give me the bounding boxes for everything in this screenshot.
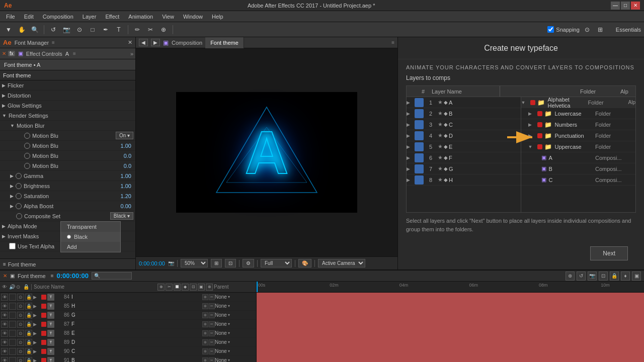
- vc-color-btn[interactable]: 🎨: [298, 259, 311, 267]
- saturation-expand[interactable]: ▶: [10, 194, 14, 199]
- saturation-icon[interactable]: [16, 193, 22, 199]
- row5-expand[interactable]: ▶: [407, 144, 414, 149]
- tl-search-input[interactable]: [92, 272, 132, 280]
- close-button[interactable]: ✕: [631, 2, 640, 10]
- row8-expand[interactable]: ▶: [407, 177, 414, 183]
- tl-icon-7[interactable]: ▣: [632, 272, 641, 281]
- row4-expand[interactable]: ▶: [407, 133, 414, 138]
- puppet-tool[interactable]: ⊕: [158, 24, 169, 35]
- tl-col-icon-7[interactable]: ⊗: [206, 284, 213, 291]
- track-84-solo[interactable]: ⊙: [17, 294, 24, 301]
- tl-icon-2[interactable]: ↺: [577, 272, 586, 281]
- snap-to-btn[interactable]: ⊙: [582, 24, 593, 35]
- snap-options-btn[interactable]: ⊞: [595, 24, 606, 35]
- alpha-mode-expand[interactable]: ▶: [2, 224, 6, 229]
- composite-dropdown[interactable]: Black ▾: [110, 212, 133, 220]
- track-84-expand[interactable]: ▶: [33, 295, 40, 300]
- gamma-icon[interactable]: [16, 173, 22, 179]
- menu-edit[interactable]: Edit: [20, 13, 38, 21]
- brush-tool[interactable]: ✏: [132, 24, 143, 35]
- track-85-solo[interactable]: ⊙: [17, 303, 24, 310]
- vc-camera-icon[interactable]: 📷: [168, 260, 174, 266]
- row6-eye[interactable]: [415, 153, 424, 162]
- camera-tool[interactable]: 📷: [61, 24, 72, 35]
- menu-file[interactable]: File: [2, 13, 19, 21]
- rotation-tool[interactable]: ↺: [48, 24, 59, 35]
- mask-pen-tool[interactable]: ✒: [100, 24, 111, 35]
- tl-col-icon-6[interactable]: ▣: [198, 284, 205, 291]
- mask-rect-tool[interactable]: □: [87, 24, 98, 35]
- tl-col-icon-5[interactable]: ⊡: [190, 284, 197, 291]
- orbit-tool[interactable]: ⊙: [74, 24, 85, 35]
- type-tool[interactable]: T: [113, 24, 124, 35]
- zoom-tool[interactable]: 🔍: [29, 24, 40, 35]
- vc-fit-btn[interactable]: ⊞: [211, 259, 222, 267]
- vc-quality-btn[interactable]: ⚙: [243, 259, 254, 267]
- flicker-expand[interactable]: ▶: [2, 83, 6, 88]
- track-85-icon2[interactable]: ✂: [209, 303, 215, 309]
- minimize-button[interactable]: —: [611, 2, 620, 10]
- gamma-expand[interactable]: ▶: [10, 173, 14, 178]
- motion-blur-expand[interactable]: ▼: [10, 123, 15, 128]
- snapping-checkbox[interactable]: [547, 26, 554, 33]
- vc-zoom-select[interactable]: 50% 100% 25%: [181, 259, 208, 267]
- menu-view[interactable]: View: [158, 13, 178, 21]
- effect-menu-icon[interactable]: ≡: [73, 51, 76, 56]
- vc-camera-select[interactable]: Active Camera: [318, 259, 365, 267]
- tl-icon-1[interactable]: ⊕: [566, 272, 575, 281]
- playhead[interactable]: [257, 282, 258, 292]
- track-84-icon2[interactable]: ✂: [209, 294, 215, 300]
- menu-layer[interactable]: Layer: [78, 13, 101, 21]
- track-84-parent-arrow[interactable]: ▾: [228, 295, 230, 299]
- font-theme-subtab-label[interactable]: Font theme: [3, 72, 31, 78]
- render-expand[interactable]: ▼: [2, 113, 7, 118]
- comp-nav-left[interactable]: ◀: [139, 39, 148, 46]
- dropdown-item-black[interactable]: Black: [61, 232, 120, 242]
- tl-panel-icon[interactable]: ▣: [10, 273, 15, 279]
- menu-composition[interactable]: Composition: [39, 13, 77, 21]
- root-expand[interactable]: ▼: [521, 100, 528, 105]
- row1-expand[interactable]: ▶: [407, 100, 414, 105]
- comp-tab-font-theme[interactable]: Font theme: [205, 37, 244, 48]
- clone-tool[interactable]: ✂: [145, 24, 156, 35]
- row7-expand[interactable]: ▶: [407, 166, 414, 171]
- alpha-boost-expand[interactable]: ▶: [10, 204, 14, 209]
- panel-expand-icon[interactable]: »: [130, 51, 133, 57]
- track-84-audio[interactable]: [9, 294, 16, 301]
- track-84-vis[interactable]: 👁: [1, 294, 8, 301]
- tl-close-icon[interactable]: ✕: [3, 273, 7, 279]
- motion-blur-on-icon[interactable]: [24, 133, 30, 139]
- invert-masks-expand[interactable]: ▶: [2, 234, 6, 239]
- glow-expand[interactable]: ▶: [2, 103, 6, 108]
- vc-time[interactable]: 0:00:00:00: [139, 260, 165, 266]
- use-text-alpha-checkbox[interactable]: [9, 243, 16, 249]
- composite-icon[interactable]: [16, 213, 22, 219]
- row4-eye[interactable]: [415, 131, 424, 140]
- menu-help[interactable]: Help: [208, 13, 227, 21]
- brightness-icon[interactable]: [16, 183, 22, 189]
- row1-eye[interactable]: [415, 98, 424, 107]
- font-theme-bottom-icon[interactable]: ≡: [3, 261, 6, 267]
- tl-icon-3[interactable]: 📷: [588, 272, 597, 281]
- row2-eye[interactable]: [415, 109, 424, 118]
- track-86-vis[interactable]: 👁: [1, 312, 8, 319]
- comp-menu-icon[interactable]: ≡: [391, 40, 394, 45]
- panel-close-icon[interactable]: ✕: [128, 39, 132, 46]
- hand-tool[interactable]: ✋: [16, 24, 27, 35]
- selection-tool[interactable]: ▼: [3, 24, 14, 35]
- tl-col-icon-1[interactable]: ⊕: [157, 284, 165, 291]
- next-button[interactable]: Next: [590, 246, 628, 260]
- motion-blur-val3-icon[interactable]: [24, 163, 30, 169]
- dropdown-item-transparent[interactable]: Transparent: [61, 222, 120, 232]
- track-85-expand[interactable]: ▶: [33, 304, 40, 309]
- tl-col-icon-2[interactable]: ✂: [166, 284, 173, 291]
- lowercase-expand[interactable]: ▶: [528, 111, 535, 116]
- tl-menu-icon[interactable]: ≡: [51, 273, 54, 279]
- maximize-button[interactable]: □: [621, 2, 630, 10]
- vc-quality-select[interactable]: Full Half Quarter: [261, 259, 292, 267]
- tl-time-display[interactable]: 0:00:00:00: [56, 272, 89, 280]
- motion-blur-on-value[interactable]: On ▾: [116, 132, 133, 139]
- close-effect-x[interactable]: ✕: [2, 51, 6, 56]
- track-85-lock[interactable]: 🔒: [25, 303, 32, 310]
- panel-menu-icon[interactable]: ≡: [52, 40, 55, 45]
